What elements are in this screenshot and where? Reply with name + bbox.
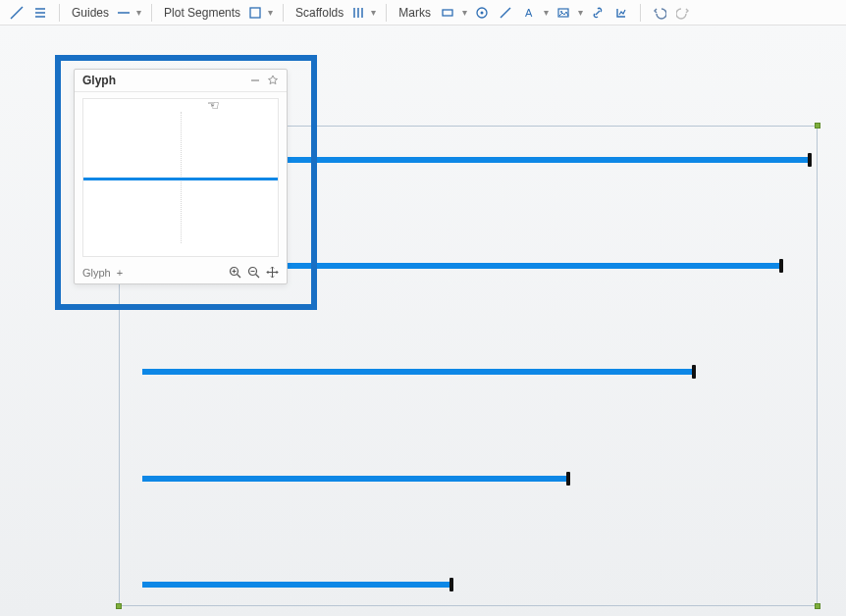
canvas[interactable]: Glyph Glyph +	[0, 26, 846, 616]
rect-mark-icon[interactable]	[439, 4, 456, 22]
glyph-tab[interactable]: Glyph	[82, 267, 111, 279]
separator	[386, 4, 387, 22]
svg-line-16	[256, 275, 260, 279]
resize-handle[interactable]	[815, 123, 820, 128]
zoom-out-icon[interactable]	[247, 266, 260, 279]
undo-icon[interactable]	[651, 4, 668, 22]
add-glyph-button[interactable]: +	[117, 267, 123, 279]
separator	[151, 4, 152, 22]
svg-line-0	[11, 7, 23, 19]
chevron-down-icon: ▾	[268, 7, 273, 18]
glyph-editor[interactable]	[82, 98, 279, 257]
line-mark-icon[interactable]	[497, 4, 514, 22]
svg-point-5	[480, 11, 483, 14]
bar-end-handle[interactable]	[692, 365, 696, 379]
symbol-mark-icon[interactable]	[473, 4, 491, 22]
image-mark-icon[interactable]	[555, 4, 572, 22]
region-icon	[246, 4, 264, 22]
minimize-icon[interactable]	[249, 75, 261, 86]
svg-line-6	[501, 8, 510, 18]
separator	[283, 4, 284, 22]
line-tool-icon[interactable]	[8, 4, 26, 22]
bar-mark[interactable]	[142, 582, 451, 588]
chevron-down-icon: ▾	[136, 7, 141, 18]
chevron-down-icon: ▾	[578, 7, 583, 18]
chevron-down-icon: ▾	[544, 7, 549, 18]
plot-segments-group[interactable]: Plot Segments ▾	[162, 4, 273, 22]
separator	[59, 4, 60, 22]
zoom-in-icon[interactable]	[229, 266, 241, 279]
separator	[640, 4, 641, 22]
chevron-down-icon: ▾	[462, 7, 467, 18]
glyph-panel[interactable]: Glyph Glyph +	[74, 69, 288, 284]
pin-icon[interactable]	[267, 75, 279, 86]
scaffold-icon	[349, 4, 367, 22]
bar-mark[interactable]	[142, 476, 568, 482]
pan-icon[interactable]	[266, 266, 279, 279]
svg-line-12	[238, 275, 241, 279]
chevron-down-icon: ▾	[371, 7, 376, 18]
data-axis-icon[interactable]	[612, 4, 630, 22]
link-icon[interactable]	[589, 4, 607, 22]
bar-end-handle[interactable]	[779, 259, 783, 273]
toolbar: Guides ▾ Plot Segments ▾ Scaffolds ▾ Mar…	[0, 0, 846, 26]
bar-end-handle[interactable]	[808, 153, 812, 167]
svg-rect-2	[250, 8, 260, 18]
marks-group: Marks	[397, 6, 433, 20]
guides-label: Guides	[70, 6, 111, 20]
text-mark-icon[interactable]: A	[520, 4, 538, 22]
list-icon[interactable]	[31, 4, 49, 22]
scaffolds-label: Scaffolds	[293, 6, 345, 20]
scaffolds-group[interactable]: Scaffolds ▾	[293, 4, 376, 22]
glyph-panel-footer: Glyph +	[75, 263, 287, 283]
resize-handle[interactable]	[116, 603, 122, 609]
guides-line-icon	[115, 4, 132, 22]
glyph-panel-title: Glyph	[82, 74, 116, 87]
svg-rect-3	[443, 10, 452, 16]
resize-handle[interactable]	[815, 603, 820, 609]
marks-label: Marks	[397, 6, 433, 20]
svg-text:A: A	[525, 7, 533, 19]
bar-end-handle[interactable]	[449, 578, 453, 591]
glyph-line-mark[interactable]	[83, 178, 278, 180]
bar-end-handle[interactable]	[566, 472, 570, 486]
glyph-panel-header[interactable]: Glyph	[75, 70, 287, 92]
plot-segments-label: Plot Segments	[162, 6, 242, 20]
guides-group[interactable]: Guides ▾	[70, 4, 141, 22]
bar-mark[interactable]	[142, 369, 694, 375]
redo-icon[interactable]	[674, 4, 692, 22]
